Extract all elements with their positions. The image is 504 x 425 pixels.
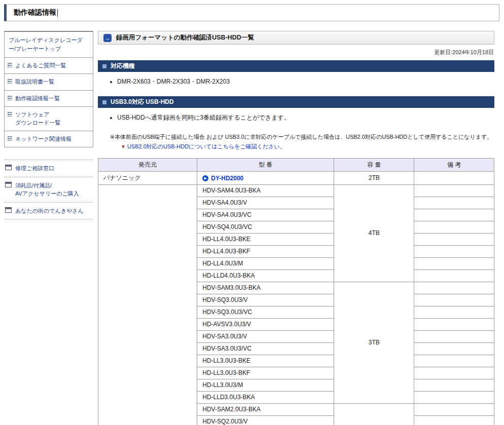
remark-cell <box>414 306 494 318</box>
capacity-cell <box>334 403 414 425</box>
sidebar-link-label: 消耗品/付属品/ AVアクセサリーのご購入 <box>15 181 79 198</box>
table-row: パナソニック▶DY-HD20002TB <box>98 171 494 184</box>
sidebar-extra-links: 修理ご相談窓口 消耗品/付属品/ AVアクセサリーのご購入 あなたの街のでんきや… <box>4 160 93 219</box>
remark-cell <box>414 330 494 342</box>
page-title: 動作確認情報 <box>14 8 56 17</box>
text-cursor <box>57 9 58 17</box>
sidebar-link-label: 修理ご相談窓口 <box>15 164 54 173</box>
vendor-cell: バッファロー <box>98 184 197 425</box>
column-header: 容 量 <box>334 158 414 171</box>
content-heading: → 録画用フォーマットの動作確認済USB-HDD一覧 <box>98 31 494 45</box>
remark-cell <box>414 391 494 403</box>
sidebar-item-label: 取扱説明書一覧 <box>15 78 54 86</box>
model-cell: HD-LL3.0U3-BKE <box>197 355 334 367</box>
remark-cell <box>414 282 494 294</box>
model-cell: HD-AVSV3.0U3/V <box>197 318 334 330</box>
note-text: ※本体前面のUSB端子に接続した場合 および USB3.0に非対応のケーブルで接… <box>110 134 492 140</box>
model-cell: HDV-SA4.0U3/VC <box>197 209 334 221</box>
square-bullet-icon <box>102 100 106 104</box>
section-title-supported-models: 対応機種 <box>98 60 494 72</box>
model-cell: HD-LLD3.0U3-BKA <box>197 391 334 403</box>
updated-date: 更新日:2024年10月18日 <box>98 49 494 56</box>
hdd-table-head: 発売元型 番容 量備 考 <box>98 158 494 171</box>
model-cell: HDV-SA3.0U3/VC <box>197 342 334 355</box>
sidebar-item-label: よくあるご質問一覧 <box>15 62 66 69</box>
remark-cell <box>414 294 494 306</box>
model-cell: HD-LL4.0U3-BKF <box>197 245 334 257</box>
sidebar-item-label: ネットワーク関連情報 <box>15 135 71 143</box>
model-cell: HDV-SAM3.0U3-BKA <box>197 282 334 294</box>
remark-cell <box>414 342 494 355</box>
model-cell: HDV-SQ3.0U3/V <box>197 294 334 306</box>
content-heading-text: 録画用フォーマットの動作確認済USB-HDD一覧 <box>116 33 254 42</box>
model-cell: HD-LL3.0U3/M <box>197 379 334 391</box>
model-cell: HD-LLD4.0U3-BKA <box>197 269 334 282</box>
sidebar-item-manuals[interactable]: 取扱説明書一覧 <box>5 74 93 90</box>
capacity-cell: 4TB <box>334 184 414 282</box>
layout: ブルーレイディスクレコーダー/プレーヤートップ よくあるご質問一覧 取扱説明書一… <box>0 31 504 425</box>
sidebar-item-recorder-top[interactable]: ブルーレイディスクレコーダー/プレーヤートップ <box>5 32 93 58</box>
remark-cell <box>414 257 494 269</box>
capacity-cell: 2TB <box>334 171 414 184</box>
window-icon <box>5 165 12 170</box>
remark-cell <box>414 184 494 197</box>
window-icon <box>5 182 12 187</box>
sidebar: ブルーレイディスクレコーダー/プレーヤートップ よくあるご質問一覧 取扱説明書一… <box>4 31 93 219</box>
hdd-table-body: パナソニック▶DY-HD20002TBバッファローHDV-SAM4.0U3-BK… <box>98 171 494 425</box>
sidebar-link-local-dealer[interactable]: あなたの街のでんきやさん <box>4 203 93 220</box>
sidebar-item-operation-info[interactable]: 動作確認情報一覧 <box>5 91 93 107</box>
capacity-cell: 3TB <box>334 282 414 403</box>
anchor-down-icon: ▼ <box>121 144 126 149</box>
arrow-right-icon: → <box>103 34 112 42</box>
list-icon <box>8 79 12 84</box>
remark-cell <box>414 379 494 391</box>
remark-cell <box>414 355 494 367</box>
model-cell: HDV-SAM4.0U3-BKA <box>197 184 334 197</box>
remark-cell <box>414 245 494 257</box>
window-icon <box>5 207 12 213</box>
model-link[interactable]: ▶DY-HD2000 <box>202 175 243 182</box>
vendor-cell: パナソニック <box>98 171 197 184</box>
model-cell: HDV-SA3.0U3/V <box>197 330 334 342</box>
page-title-bar: 動作確認情報 <box>4 4 499 21</box>
table-header-row: 発売元型 番容 量備 考 <box>98 158 494 171</box>
usb3-feature-item: USB-HDDへ通常録画を同時に3番組録画することができます。 <box>117 113 494 122</box>
square-bullet-icon <box>102 64 106 68</box>
usb2-hdd-link[interactable]: USB2.0対応のUSB-HDDについてはこちらをご確認ください。 <box>127 143 285 149</box>
supported-models-list: DMR-2X603・DMR-2X303・DMR-2X203 <box>98 78 494 86</box>
sidebar-item-network-info[interactable]: ネットワーク関連情報 <box>5 131 93 147</box>
sidebar-link-repair[interactable]: 修理ご相談窓口 <box>4 160 93 177</box>
supported-models-item: DMR-2X603・DMR-2X303・DMR-2X203 <box>117 78 494 86</box>
model-cell: ▶DY-HD2000 <box>197 171 334 184</box>
model-cell: HD-LL3.0U3-BKF <box>197 367 334 379</box>
model-cell: HDV-SQ3.0U3/VC <box>197 306 334 318</box>
column-header: 型 番 <box>197 158 334 171</box>
remark-cell <box>414 269 494 282</box>
remark-cell <box>414 367 494 379</box>
list-icon <box>8 63 12 67</box>
remark-cell <box>414 403 494 415</box>
sidebar-item-faq[interactable]: よくあるご質問一覧 <box>5 58 93 74</box>
section-title-text: 対応機種 <box>111 62 135 70</box>
model-cell: HD-LL4.0U3/M <box>197 257 334 269</box>
sidebar-link-consumables[interactable]: 消耗品/付属品/ AVアクセサリーのご購入 <box>4 177 93 203</box>
sidebar-link-label: あなたの街のでんきやさん <box>15 207 84 215</box>
model-cell: HDV-SAM2.0U3-BKA <box>197 403 334 415</box>
sidebar-item-label: 動作確認情報一覧 <box>15 95 60 102</box>
usb2-fallback-note: ※本体前面のUSB端子に接続した場合 および USB3.0に非対応のケーブルで接… <box>110 132 494 152</box>
section-title-usb3-hdd: USB3.0対応 USB-HDD <box>98 96 494 108</box>
section-title-text: USB3.0対応 USB-HDD <box>111 98 174 106</box>
model-cell: HDV-SA4.0U3/V <box>197 197 334 209</box>
list-icon <box>8 96 12 100</box>
column-header: 発売元 <box>98 158 197 171</box>
remark-cell <box>414 221 494 233</box>
usb3-feature-list: USB-HDDへ通常録画を同時に3番組録画することができます。 <box>98 113 494 122</box>
sidebar-item-software-download[interactable]: ソフトウェア ダウンロード一覧 <box>5 107 93 131</box>
remark-cell <box>414 233 494 245</box>
remark-cell <box>414 171 494 184</box>
play-icon: ▶ <box>202 175 208 181</box>
remark-cell <box>414 197 494 209</box>
list-icon <box>8 136 12 141</box>
model-cell: HDV-SQ2.0U3/V <box>197 415 334 425</box>
remark-cell <box>414 318 494 330</box>
